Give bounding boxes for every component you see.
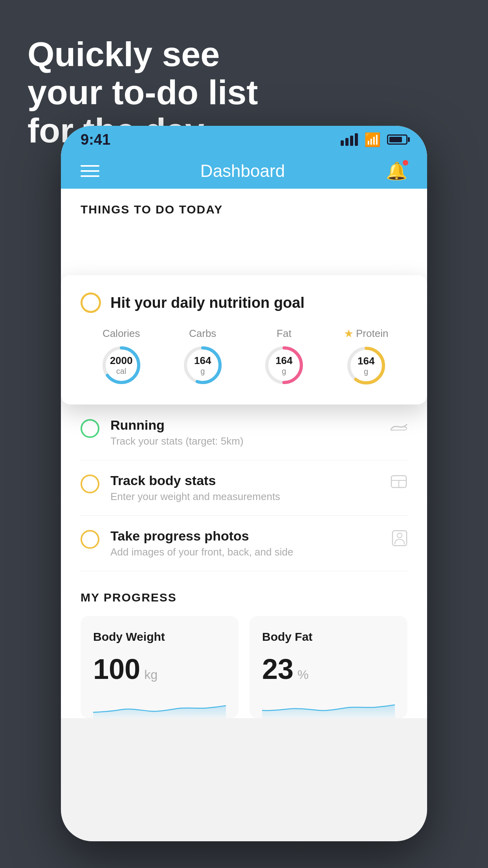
protein-chart: 164 g bbox=[345, 344, 388, 387]
carbs-item: Carbs 164 g bbox=[181, 327, 224, 387]
body-weight-chart bbox=[93, 695, 226, 718]
body-weight-value-row: 100 kg bbox=[93, 653, 226, 685]
body-weight-value: 100 bbox=[93, 653, 140, 685]
signal-bars-icon bbox=[341, 133, 358, 146]
calories-item: Calories 2000 cal bbox=[100, 327, 143, 387]
running-check-circle bbox=[81, 419, 99, 438]
body-fat-unit: % bbox=[297, 668, 308, 682]
phone-mockup: 9:41 📶 Dashboard 🔔 THINGS TO DO TODAY bbox=[61, 126, 427, 841]
photos-title: Take progress photos bbox=[110, 528, 381, 544]
progress-cards: Body Weight 100 kg bbox=[81, 616, 407, 718]
body-fat-chart bbox=[262, 695, 395, 718]
running-text: Running Track your stats (target: 5km) bbox=[110, 417, 379, 447]
nutrition-card[interactable]: Hit your daily nutrition goal Calories 2… bbox=[61, 275, 427, 405]
body-weight-title: Body Weight bbox=[93, 630, 226, 644]
progress-title: MY PROGRESS bbox=[81, 591, 407, 604]
body-weight-unit: kg bbox=[144, 668, 158, 682]
task-running[interactable]: Running Track your stats (target: 5km) bbox=[81, 405, 407, 460]
running-subtitle: Track your stats (target: 5km) bbox=[110, 435, 379, 447]
shoe-icon bbox=[390, 419, 407, 432]
person-icon bbox=[392, 530, 407, 546]
wifi-icon: 📶 bbox=[364, 132, 381, 147]
running-title: Running bbox=[110, 417, 379, 433]
fat-chart: 164 g bbox=[262, 344, 306, 387]
carbs-chart: 164 g bbox=[181, 344, 224, 387]
task-list: Running Track your stats (target: 5km) T… bbox=[61, 405, 427, 571]
body-stats-title: Track body stats bbox=[110, 473, 379, 488]
body-stats-check-circle bbox=[81, 474, 99, 493]
nutrition-circles: Calories 2000 cal Carbs bbox=[81, 327, 407, 387]
protein-star-icon: ★ bbox=[344, 327, 354, 340]
body-stats-subtitle: Enter your weight and measurements bbox=[110, 491, 379, 503]
protein-item: ★ Protein 164 g bbox=[344, 327, 388, 387]
status-time: 9:41 bbox=[81, 131, 110, 148]
status-bar: 9:41 📶 bbox=[61, 126, 427, 153]
task-photos[interactable]: Take progress photos Add images of your … bbox=[81, 516, 407, 571]
progress-section: MY PROGRESS Body Weight 100 kg bbox=[61, 571, 427, 718]
battery-icon bbox=[387, 134, 407, 145]
things-header: THINGS TO DO TODAY bbox=[61, 189, 427, 224]
notification-dot bbox=[402, 159, 409, 166]
fat-label: Fat bbox=[277, 327, 292, 340]
carbs-label: Carbs bbox=[189, 327, 216, 340]
task-body-stats[interactable]: Track body stats Enter your weight and m… bbox=[81, 460, 407, 516]
svg-point-12 bbox=[397, 533, 402, 538]
main-content: THINGS TO DO TODAY Hit your daily nutrit… bbox=[61, 189, 427, 718]
nutrition-card-header: Hit your daily nutrition goal bbox=[81, 292, 407, 313]
protein-label-row: ★ Protein bbox=[344, 327, 388, 340]
body-stats-text: Track body stats Enter your weight and m… bbox=[110, 473, 379, 503]
nutrition-card-title: Hit your daily nutrition goal bbox=[110, 294, 305, 311]
calories-chart: 2000 cal bbox=[100, 344, 143, 387]
body-fat-card[interactable]: Body Fat 23 % bbox=[250, 616, 407, 718]
body-fat-title: Body Fat bbox=[262, 630, 395, 644]
nav-bar: Dashboard 🔔 bbox=[61, 153, 427, 189]
photos-check-circle bbox=[81, 530, 99, 549]
calories-label: Calories bbox=[103, 327, 140, 340]
fat-item: Fat 164 g bbox=[262, 327, 306, 387]
photos-subtitle: Add images of your front, back, and side bbox=[110, 546, 381, 558]
notification-button[interactable]: 🔔 bbox=[386, 161, 407, 181]
nav-title: Dashboard bbox=[200, 161, 285, 181]
menu-button[interactable] bbox=[81, 165, 99, 177]
body-weight-card[interactable]: Body Weight 100 kg bbox=[81, 616, 238, 718]
status-icons: 📶 bbox=[341, 132, 407, 147]
body-fat-value: 23 bbox=[262, 653, 294, 685]
scale-icon bbox=[390, 474, 407, 490]
body-fat-value-row: 23 % bbox=[262, 653, 395, 685]
photos-text: Take progress photos Add images of your … bbox=[110, 528, 381, 558]
nutrition-check-circle bbox=[81, 292, 101, 313]
protein-label: Protein bbox=[356, 327, 388, 340]
